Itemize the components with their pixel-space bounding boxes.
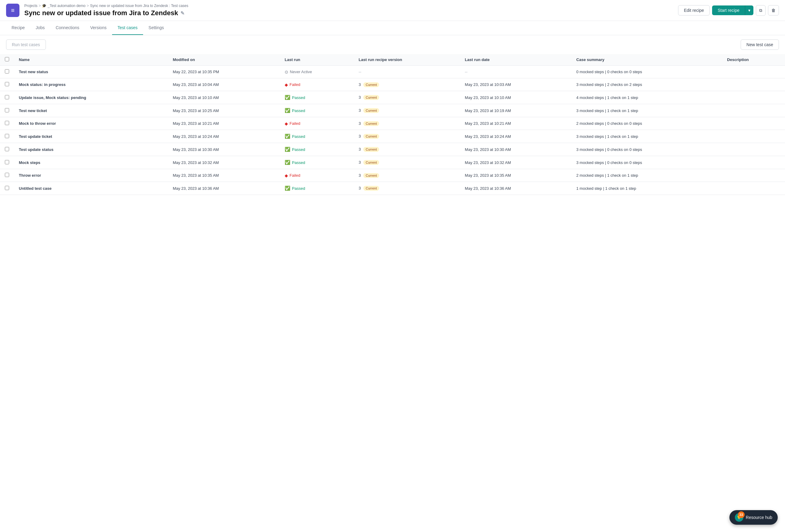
select-all-checkbox[interactable] [5, 57, 9, 61]
row-modified: May 23, 2023 at 10:24 AM [168, 130, 280, 143]
table-row: Test new ticketMay 23, 2023 at 10:25 AM✅… [0, 104, 785, 117]
row-name[interactable]: Test new ticket [14, 104, 168, 117]
app-logo: ≡ [6, 4, 20, 17]
current-badge: Current [363, 160, 379, 165]
row-last-run: ◆ Failed [280, 117, 354, 130]
version-number: 3 [359, 82, 361, 87]
row-description [722, 104, 785, 117]
row-last-run-date: May 23, 2023 at 10:32 AM [460, 156, 572, 169]
row-name[interactable]: Test new status [14, 65, 168, 78]
run-test-cases-button[interactable]: Run test cases [6, 39, 46, 50]
row-case-summary: 3 mocked steps | 1 check on 1 step [572, 130, 722, 143]
row-modified: May 23, 2023 at 10:30 AM [168, 143, 280, 156]
row-recipe-version: -- [354, 65, 460, 78]
row-checkbox-cell [0, 156, 14, 169]
version-number: 3 [359, 147, 361, 152]
new-test-case-button[interactable]: New test case [741, 39, 779, 50]
row-name[interactable]: Test update status [14, 143, 168, 156]
row-checkbox[interactable] [5, 108, 9, 112]
row-checkbox[interactable] [5, 95, 9, 99]
row-checkbox[interactable] [5, 173, 9, 177]
row-last-run: ◆ Failed [280, 169, 354, 182]
row-modified: May 23, 2023 at 10:04 AM [168, 78, 280, 91]
app-header: ≡ Projects > 🎓 _Test automation demo > S… [0, 0, 785, 21]
row-last-run-date: May 23, 2023 at 10:35 AM [460, 169, 572, 182]
row-checkbox-cell [0, 104, 14, 117]
row-checkbox[interactable] [5, 147, 9, 151]
current-badge: Current [363, 82, 379, 87]
row-recipe-version: 3Current [354, 169, 460, 182]
current-badge: Current [363, 147, 379, 152]
row-name[interactable]: Mock status: in progress [14, 78, 168, 91]
start-recipe-dropdown-button[interactable]: ▾ [745, 5, 753, 15]
delete-button[interactable]: 🗑 [768, 5, 779, 16]
row-description [722, 182, 785, 195]
row-name[interactable]: Untitled test case [14, 182, 168, 195]
breadcrumb: Projects > 🎓 _Test automation demo > Syn… [24, 4, 673, 8]
row-checkbox[interactable] [5, 82, 9, 86]
table-header-row: Name Modified on Last run Last run recip… [0, 54, 785, 65]
row-description [722, 91, 785, 104]
edit-recipe-button[interactable]: Edit recipe [678, 5, 710, 16]
current-badge: Current [363, 173, 379, 178]
col-name: Name [14, 54, 168, 65]
version-dash: -- [359, 70, 361, 74]
tab-settings[interactable]: Settings [143, 21, 170, 35]
row-checkbox-cell [0, 78, 14, 91]
row-last-run-date: May 23, 2023 at 10:36 AM [460, 182, 572, 195]
row-description [722, 78, 785, 91]
col-recipe-version: Last run recipe version [354, 54, 460, 65]
row-last-run: ✅ Passed [280, 156, 354, 169]
row-modified: May 23, 2023 at 10:21 AM [168, 117, 280, 130]
col-case-summary: Case summary [572, 54, 722, 65]
row-checkbox[interactable] [5, 69, 9, 74]
row-recipe-version: 3Current [354, 104, 460, 117]
passed-icon: ✅ [285, 134, 290, 139]
row-last-run-date: -- [460, 65, 572, 78]
start-recipe-button[interactable]: Start recipe [712, 5, 745, 15]
row-case-summary: 3 mocked steps | 1 check on 1 step [572, 104, 722, 117]
row-case-summary: 3 mocked steps | 0 checks on 0 steps [572, 143, 722, 156]
row-recipe-version: 3Current [354, 156, 460, 169]
col-description: Description [722, 54, 785, 65]
test-cases-table-wrap: Name Modified on Last run Last run recip… [0, 54, 785, 195]
row-checkbox[interactable] [5, 160, 9, 164]
page-title: Sync new or updated issue from Jira to Z… [24, 9, 673, 17]
row-checkbox-cell [0, 169, 14, 182]
row-checkbox[interactable] [5, 121, 9, 125]
col-last-run: Last run [280, 54, 354, 65]
version-number: 3 [359, 186, 361, 190]
current-badge: Current [363, 108, 379, 113]
row-checkbox[interactable] [5, 186, 9, 190]
tab-recipe[interactable]: Recipe [6, 21, 30, 35]
passed-icon: ✅ [285, 95, 290, 100]
row-name[interactable]: Throw error [14, 169, 168, 182]
row-name[interactable]: Mock to throw error [14, 117, 168, 130]
breadcrumb-demo[interactable]: 🎓 _Test automation demo [42, 4, 85, 8]
tab-connections[interactable]: Connections [50, 21, 85, 35]
row-last-run: ◆ Failed [280, 78, 354, 91]
copy-button[interactable]: ⧉ [756, 5, 765, 16]
col-last-run-date: Last run date [460, 54, 572, 65]
row-name[interactable]: Test update ticket [14, 130, 168, 143]
row-checkbox-cell [0, 65, 14, 78]
row-name[interactable]: Mock steps [14, 156, 168, 169]
breadcrumb-projects[interactable]: Projects [24, 4, 37, 8]
tab-test-cases[interactable]: Test cases [112, 21, 143, 35]
version-number: 3 [359, 134, 361, 138]
copy-icon: ⧉ [759, 8, 762, 13]
tab-jobs[interactable]: Jobs [30, 21, 50, 35]
row-checkbox[interactable] [5, 134, 9, 138]
failed-icon: ◆ [285, 173, 288, 178]
tab-versions[interactable]: Versions [85, 21, 112, 35]
passed-icon: ✅ [285, 160, 290, 165]
row-recipe-version: 3Current [354, 78, 460, 91]
row-last-run: ⊙ Never Active [280, 65, 354, 78]
row-name[interactable]: Update issue, Mock status: pending [14, 91, 168, 104]
row-modified: May 23, 2023 at 10:25 AM [168, 104, 280, 117]
toolbar: Run test cases New test case [0, 35, 785, 54]
current-badge: Current [363, 95, 379, 100]
table-row: Test new statusMay 22, 2023 at 10:35 PM⊙… [0, 65, 785, 78]
row-modified: May 23, 2023 at 10:35 AM [168, 169, 280, 182]
edit-title-icon[interactable]: ✎ [180, 10, 184, 16]
